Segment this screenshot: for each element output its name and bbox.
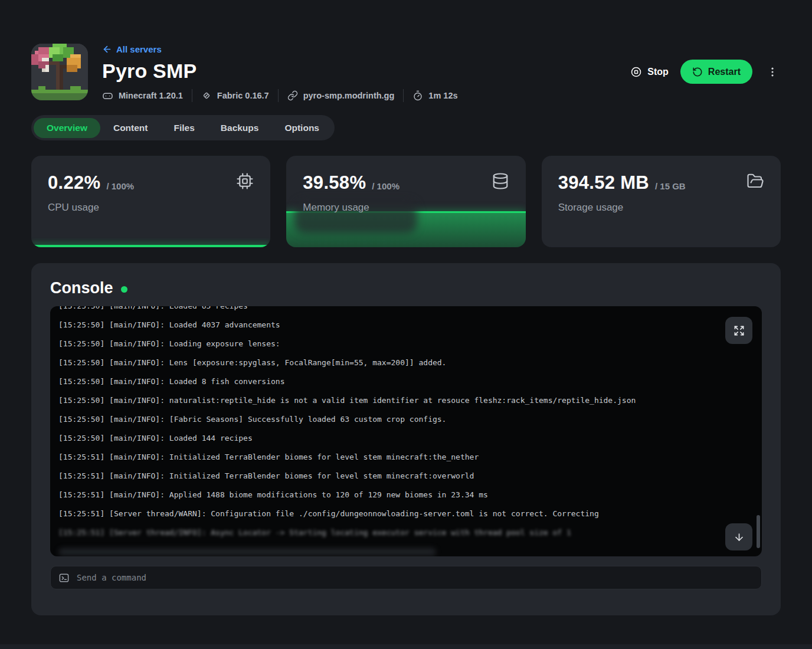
log-line: [15:25:50] [main/INFO]: [Fabric Seasons]… xyxy=(58,410,762,429)
meta-domain-label: pyro-smp.modrinth.gg xyxy=(303,91,395,100)
meta-divider xyxy=(403,89,404,102)
expand-console-button[interactable] xyxy=(725,317,752,344)
memory-label: Memory usage xyxy=(303,202,509,214)
server-info: All servers Pyro SMP Minecraft 1.20.1 Fa… xyxy=(102,44,458,102)
storage-card: 394.52 MB / 15 GB Storage usage xyxy=(542,156,781,247)
log-line: [15:25:50] [main/INFO]: naturalist:repti… xyxy=(58,391,762,410)
terminal-prompt-icon xyxy=(58,572,70,584)
meta-uptime-label: 1m 12s xyxy=(428,91,457,100)
more-options-button[interactable] xyxy=(764,64,781,80)
stop-button[interactable]: Stop xyxy=(630,66,669,78)
meta-game-version: Minecraft 1.20.1 xyxy=(102,90,183,101)
log-line: [15:25:51] [Server thread/WARN]: Configu… xyxy=(58,504,762,523)
meta-divider xyxy=(278,89,279,102)
command-bar xyxy=(50,566,762,589)
online-status-dot xyxy=(121,286,127,293)
meta-game-label: Minecraft 1.20.1 xyxy=(119,91,183,100)
restart-label: Restart xyxy=(708,67,741,77)
cpu-card: 0.22% / 100% CPU usage xyxy=(31,156,270,247)
cpu-chip-icon xyxy=(236,172,254,190)
console-card: Console [15:25:50] [main/INFO]: Loaded 6… xyxy=(31,263,781,615)
tab-options[interactable]: Options xyxy=(271,118,332,138)
log-line-blurred xyxy=(58,542,762,556)
fabric-loader-icon xyxy=(201,90,212,101)
kebab-menu-icon xyxy=(767,66,778,78)
log-line: [15:25:50] [main/INFO]: Loaded 4037 adva… xyxy=(58,316,762,335)
server-icon xyxy=(31,44,88,100)
meta-server-domain[interactable]: pyro-smp.modrinth.gg xyxy=(287,90,395,101)
meta-loader-label: Fabric 0.16.7 xyxy=(217,91,269,100)
restart-button[interactable]: Restart xyxy=(680,60,752,84)
server-overview-page: All servers Pyro SMP Minecraft 1.20.1 Fa… xyxy=(0,0,812,615)
stat-cards: 0.22% / 100% CPU usage 39.58% / 100% Mem… xyxy=(31,156,781,247)
cpu-label: CPU usage xyxy=(48,202,254,214)
server-tabs: Overview Content Files Backups Options xyxy=(31,115,335,140)
server-meta-row: Minecraft 1.20.1 Fabric 0.16.7 pyro-smp.… xyxy=(102,89,458,102)
log-line: [15:25:50] [main/INFO]: Loaded 65 recipe… xyxy=(58,306,762,316)
restart-icon xyxy=(692,67,703,77)
log-line: [15:25:50] [main/INFO]: Loaded 8 fish co… xyxy=(58,372,762,391)
database-icon xyxy=(492,172,509,190)
storage-max: / 15 GB xyxy=(655,181,686,191)
cpu-usage-bar xyxy=(31,245,270,247)
log-line: [15:25:51] [main/INFO]: Applied 1488 bio… xyxy=(58,486,762,504)
log-line: [15:25:50] [main/INFO]: Loaded 144 recip… xyxy=(58,429,762,448)
tab-overview[interactable]: Overview xyxy=(34,118,100,138)
stop-label: Stop xyxy=(647,67,669,77)
console-scrollbar[interactable] xyxy=(757,515,760,548)
memory-value: 39.58% xyxy=(303,173,366,192)
meta-loader-version: Fabric 0.16.7 xyxy=(201,90,269,101)
storage-value: 394.52 MB xyxy=(558,173,649,192)
memory-card: 39.58% / 100% Memory usage xyxy=(286,156,525,247)
cpu-max: / 100% xyxy=(106,181,134,191)
scroll-to-bottom-button[interactable] xyxy=(725,523,752,550)
tab-files[interactable]: Files xyxy=(161,118,207,138)
timer-icon xyxy=(412,90,423,101)
log-line: [15:25:51] [main/INFO]: Initialized Terr… xyxy=(58,448,762,467)
log-line: [15:25:50] [main/INFO]: Loading exposure… xyxy=(58,335,762,353)
all-servers-back-link[interactable]: All servers xyxy=(102,44,162,54)
stop-icon xyxy=(630,66,642,78)
all-servers-label: All servers xyxy=(116,44,162,54)
log-line-blurred: [15:25:51] [Server thread/INFO]: Async L… xyxy=(58,523,762,542)
gamepad-icon xyxy=(102,90,113,101)
log-line: [15:25:50] [main/INFO]: Lens [exposure:s… xyxy=(58,353,762,372)
console-output[interactable]: [15:25:50] [main/INFO]: Loaded 65 recipe… xyxy=(50,306,762,556)
tab-content[interactable]: Content xyxy=(100,118,161,138)
arrow-down-icon xyxy=(734,532,745,543)
console-title: Console xyxy=(50,279,113,297)
cpu-value: 0.22% xyxy=(48,173,100,192)
arrow-left-icon xyxy=(102,44,112,54)
storage-label: Storage usage xyxy=(558,202,764,214)
log-line: [15:25:51] [main/INFO]: Initialized Terr… xyxy=(58,467,762,486)
expand-icon xyxy=(734,325,745,336)
server-actions: Stop Restart xyxy=(630,60,781,84)
bottom-edge-strip xyxy=(0,644,812,649)
link-icon xyxy=(287,90,298,101)
pixel-tree-art xyxy=(31,44,88,100)
folder-open-icon xyxy=(746,172,764,190)
command-input[interactable] xyxy=(77,573,754,582)
meta-uptime: 1m 12s xyxy=(412,90,457,101)
meta-divider xyxy=(192,89,192,102)
server-header: All servers Pyro SMP Minecraft 1.20.1 Fa… xyxy=(31,44,781,102)
tab-backups[interactable]: Backups xyxy=(208,118,272,138)
page-title: Pyro SMP xyxy=(102,60,458,83)
memory-max: / 100% xyxy=(372,181,400,191)
console-log-stack: [15:25:50] [main/INFO]: Loaded 65 recipe… xyxy=(58,306,762,556)
